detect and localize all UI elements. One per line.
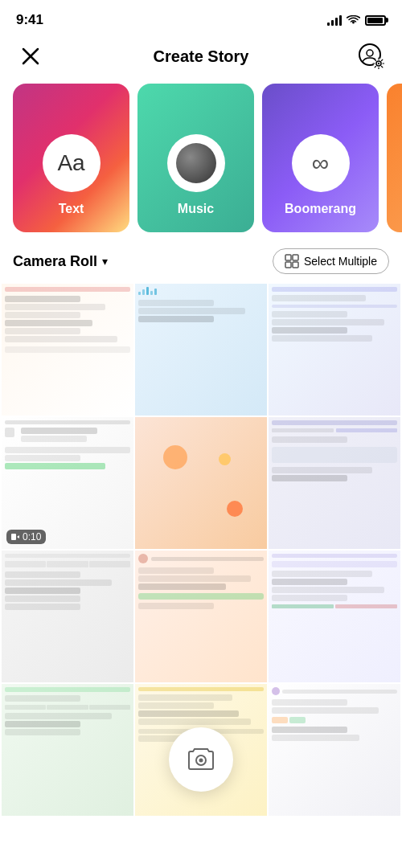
photo-cell-8[interactable]: [135, 551, 267, 682]
status-icons: [327, 14, 386, 26]
header: Create Story: [0, 35, 402, 84]
camera-icon: [187, 745, 215, 774]
video-duration-badge: 0:10: [6, 530, 46, 544]
boomerang-type-icon: ∞: [292, 134, 350, 192]
camera-roll-header: Camera Roll ▾ Select Multiple: [0, 232, 402, 284]
text-type-label: Text: [59, 202, 84, 216]
photo-cell-10[interactable]: [2, 684, 133, 816]
close-button[interactable]: [16, 42, 45, 71]
story-type-boomerang[interactable]: ∞ Boomerang: [262, 84, 379, 232]
page-title: Create Story: [154, 47, 249, 66]
svg-marker-20: [17, 535, 19, 538]
text-type-icon: Aa: [43, 134, 100, 192]
photo-cell-7[interactable]: [2, 551, 133, 682]
video-play-icon: [11, 533, 19, 541]
photo-grid-wrapper: 0:10: [0, 284, 402, 816]
camera-shutter-button[interactable]: [169, 727, 233, 792]
status-bar: 9:41: [0, 0, 402, 35]
music-type-icon: ♪: [167, 134, 225, 192]
photo-cell-12[interactable]: [269, 684, 400, 816]
music-type-label: Music: [178, 202, 214, 216]
boomerang-type-label: Boomerang: [285, 202, 356, 216]
chevron-down-icon: ▾: [102, 255, 108, 268]
signal-icon: [327, 14, 342, 26]
svg-point-6: [378, 63, 379, 64]
wifi-icon: [347, 15, 360, 26]
photo-cell-4[interactable]: 0:10: [2, 417, 133, 549]
photo-cell-9[interactable]: [269, 551, 400, 682]
story-type-text[interactable]: Aa Text: [13, 84, 129, 232]
svg-rect-17: [285, 262, 291, 268]
photo-cell-3[interactable]: [269, 284, 400, 416]
svg-rect-15: [285, 255, 291, 260]
select-multiple-icon: [285, 254, 299, 268]
svg-point-22: [199, 759, 203, 763]
select-multiple-button[interactable]: Select Multiple: [273, 248, 389, 274]
story-type-extra[interactable]: [387, 84, 402, 232]
svg-point-3: [367, 50, 373, 56]
status-time: 9:41: [16, 12, 43, 28]
photo-cell-2[interactable]: [135, 284, 267, 416]
svg-rect-18: [293, 262, 298, 268]
photo-cell-1[interactable]: [2, 284, 133, 416]
settings-button[interactable]: [357, 42, 386, 71]
camera-roll-title: Camera Roll: [13, 253, 97, 270]
story-type-cards: Aa Text ♪ Music ∞ Boomerang: [0, 84, 402, 232]
select-multiple-label: Select Multiple: [304, 255, 377, 268]
svg-rect-19: [11, 534, 16, 540]
video-duration: 0:10: [23, 531, 41, 542]
battery-icon: [365, 15, 386, 26]
photo-cell-5[interactable]: [135, 417, 267, 549]
camera-roll-dropdown[interactable]: Camera Roll ▾: [13, 253, 108, 270]
svg-rect-16: [293, 255, 298, 260]
photo-cell-6[interactable]: [269, 417, 400, 549]
story-type-music[interactable]: ♪ Music: [137, 84, 254, 232]
settings-avatar-icon: [359, 43, 384, 69]
